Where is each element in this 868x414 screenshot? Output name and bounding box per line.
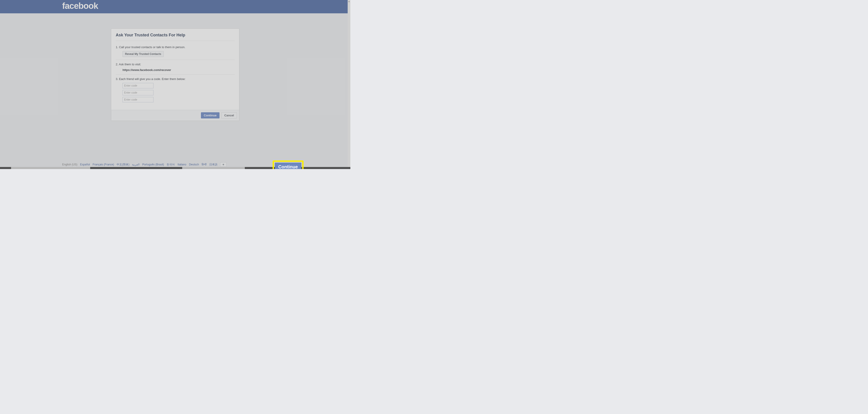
cancel-button[interactable]: Cancel [221,112,237,119]
language-link[interactable]: 日本語 [209,163,217,166]
facebook-logo[interactable]: facebook [62,1,98,11]
step-3: 3. Each friend will give you a code. Ent… [116,74,235,107]
trusted-contacts-card: Ask Your Trusted Contacts For Help 1. Ca… [111,29,239,121]
step-1-text: 1. Call your trusted contacts or talk to… [116,45,235,49]
card-title: Ask Your Trusted Contacts For Help [116,29,235,41]
continue-button[interactable]: Continue [201,112,219,119]
taskbar-segment [11,167,90,169]
recover-url: https://www.facebook.com/recover [123,68,235,72]
language-link[interactable]: Italiano [178,163,186,166]
language-link[interactable]: 中文(简体) [117,163,129,166]
callout-line [0,121,350,169]
step-2-text: 2. Ask them to visit: [116,63,235,66]
scroll-up-icon[interactable] [348,0,350,3]
reveal-trusted-contacts-button[interactable]: Reveal My Trusted Contacts [123,51,164,57]
taskbar [0,167,350,169]
language-link[interactable]: हिन्दी [202,163,207,166]
step-1: 1. Call your trusted contacts or talk to… [116,43,235,60]
language-footer: English (US) Español Français (France) 中… [62,162,350,167]
code-inputs [123,83,235,102]
code-input-1[interactable] [123,83,153,88]
language-link[interactable]: Português (Brasil) [142,163,164,166]
language-current: English (US) [62,163,77,166]
header: facebook [0,0,350,13]
step-2: 2. Ask them to visit: https://www.facebo… [116,60,235,74]
taskbar-segment [182,167,245,169]
language-list: English (US) Español Français (France) 中… [62,162,350,167]
content: Ask Your Trusted Contacts For Help 1. Ca… [0,13,350,121]
language-more-button[interactable]: + [220,162,226,167]
code-input-3[interactable] [123,97,153,102]
language-link[interactable]: Español [80,163,90,166]
language-link[interactable]: Français (France) [93,163,114,166]
vertical-scrollbar[interactable] [348,0,350,169]
language-link[interactable]: العربية [132,163,140,166]
step-3-text: 3. Each friend will give you a code. Ent… [116,77,235,81]
card-body: 1. Call your trusted contacts or talk to… [111,41,239,110]
code-input-2[interactable] [123,90,153,95]
language-link[interactable]: 한국어 [166,163,175,166]
language-link[interactable]: Deutsch [189,163,199,166]
card-footer: Continue Cancel [111,110,239,121]
